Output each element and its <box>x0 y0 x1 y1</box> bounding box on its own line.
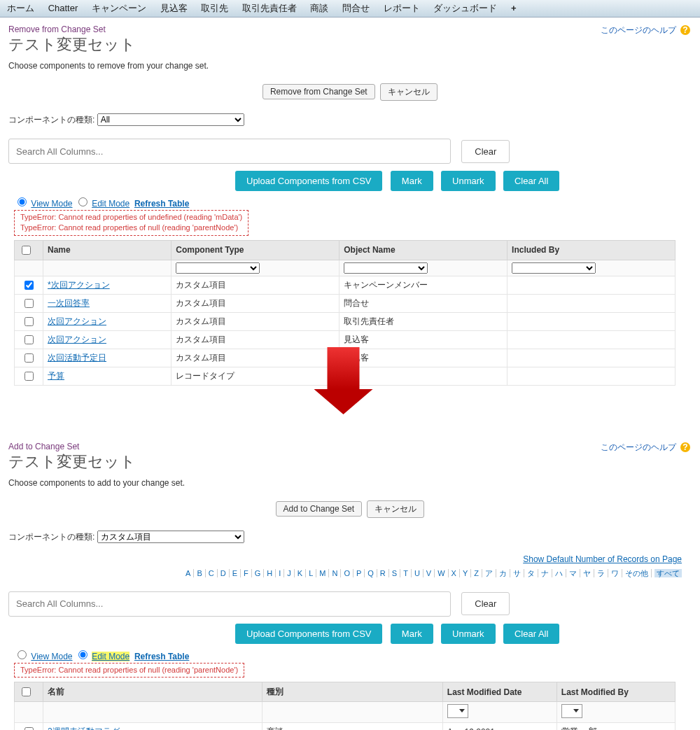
row-checkbox[interactable] <box>24 299 34 308</box>
upload-csv-button[interactable]: Upload Components from CSV <box>235 171 382 191</box>
nav-tab[interactable]: 商談 <box>310 2 328 15</box>
select-all-checkbox[interactable] <box>22 246 31 255</box>
alpha-filter-link[interactable]: サ <box>513 569 524 577</box>
alpha-filter-link[interactable]: P <box>356 569 365 577</box>
nav-tab[interactable]: キャンペーン <box>92 2 146 15</box>
nav-tab[interactable]: 問合せ <box>342 2 370 15</box>
view-mode-link[interactable]: View Mode <box>31 199 72 209</box>
component-type-select[interactable]: All <box>97 113 244 126</box>
col-name[interactable]: 名前 <box>43 682 262 702</box>
alpha-filter-link[interactable]: ア <box>485 569 496 577</box>
view-mode-radio[interactable] <box>18 197 27 206</box>
alpha-filter-link[interactable]: S <box>392 569 400 577</box>
alpha-filter-link[interactable]: M <box>319 569 329 577</box>
nav-tab[interactable]: 見込客 <box>160 2 188 15</box>
alpha-filter-link[interactable]: X <box>451 569 460 577</box>
edit-mode-link[interactable]: Edit Mode <box>92 199 130 209</box>
alpha-filter-link[interactable]: Z <box>474 569 482 577</box>
alpha-filter-link[interactable]: ラ <box>597 569 608 577</box>
row-checkbox[interactable] <box>24 317 34 326</box>
component-name-link[interactable]: 予算 <box>48 371 64 381</box>
col-object[interactable]: Object Name <box>340 240 507 260</box>
row-checkbox[interactable] <box>24 372 34 381</box>
alpha-filter-link[interactable]: その他 <box>625 569 652 577</box>
alpha-filter-link[interactable]: A <box>186 569 194 577</box>
view-mode-radio[interactable] <box>18 650 27 659</box>
col-by[interactable]: Last Modified By <box>556 682 675 702</box>
nav-tab[interactable]: レポート <box>384 2 420 15</box>
alpha-filter-link[interactable]: D <box>220 569 230 577</box>
add-tab-icon[interactable]: + <box>511 3 517 13</box>
row-checkbox[interactable] <box>24 281 34 290</box>
cancel-button[interactable]: キャンセル <box>367 500 424 518</box>
edit-mode-link[interactable]: Edit Mode <box>92 652 130 661</box>
remove-from-change-set-button[interactable]: Remove from Change Set <box>262 84 375 99</box>
filter-included-select[interactable] <box>512 262 596 274</box>
component-name-link[interactable]: 一次回答率 <box>48 298 90 308</box>
clear-all-button[interactable]: Clear All <box>503 171 559 191</box>
alpha-filter-link[interactable]: マ <box>569 569 580 577</box>
component-name-link[interactable]: 次回アクション <box>48 316 106 326</box>
alpha-filter-link[interactable]: ヤ <box>583 569 594 577</box>
alpha-filter-link[interactable]: Y <box>463 569 471 577</box>
refresh-table-link[interactable]: Refresh Table <box>134 652 189 661</box>
col-name[interactable]: Name <box>43 240 172 260</box>
component-name-link[interactable]: 次回アクション <box>48 335 106 344</box>
alpha-filter-link[interactable]: ハ <box>555 569 566 577</box>
alpha-filter-link[interactable]: W <box>438 569 448 577</box>
component-name-link[interactable]: 次回活動予定日 <box>48 353 106 363</box>
alpha-filter-link[interactable]: K <box>298 569 306 577</box>
alpha-filter-link[interactable]: C <box>209 569 218 577</box>
alpha-filter-link[interactable]: すべて <box>654 569 682 577</box>
row-checkbox[interactable] <box>24 353 34 363</box>
clear-search-button[interactable]: Clear <box>461 592 510 615</box>
refresh-table-link[interactable]: Refresh Table <box>134 199 189 209</box>
page-help-link[interactable]: このページのヘルプ ? <box>601 24 690 36</box>
nav-tab[interactable]: ホーム <box>7 2 34 15</box>
mark-button[interactable]: Mark <box>391 624 433 644</box>
alpha-filter-link[interactable]: V <box>426 569 435 577</box>
filter-date-dropdown[interactable] <box>447 704 468 718</box>
filter-by-dropdown[interactable] <box>561 704 582 718</box>
alpha-filter-link[interactable]: J <box>287 569 295 577</box>
filter-object-select[interactable] <box>344 262 428 274</box>
alpha-filter-link[interactable]: F <box>244 569 252 577</box>
filter-type-select[interactable] <box>176 262 260 274</box>
alpha-filter-link[interactable]: R <box>380 569 389 577</box>
records-count-link[interactable]: Show Default Number of Records on Page <box>523 554 682 564</box>
mark-button[interactable]: Mark <box>391 171 433 191</box>
alpha-filter-link[interactable]: T <box>403 569 412 577</box>
alpha-filter-link[interactable]: ナ <box>541 569 552 577</box>
unmark-button[interactable]: Unmark <box>441 624 496 644</box>
alpha-filter-link[interactable]: O <box>344 569 354 577</box>
nav-tab[interactable]: ダッシュボード <box>433 2 497 15</box>
alpha-filter-link[interactable]: ワ <box>611 569 622 577</box>
row-checkbox[interactable] <box>24 727 34 730</box>
alpha-filter-link[interactable]: タ <box>527 569 538 577</box>
select-all-checkbox[interactable] <box>22 687 31 696</box>
edit-mode-radio[interactable] <box>78 197 88 206</box>
row-checkbox[interactable] <box>24 335 34 344</box>
page-help-link[interactable]: このページのヘルプ ? <box>601 442 690 454</box>
search-input[interactable] <box>8 591 451 617</box>
edit-mode-radio[interactable] <box>78 650 88 659</box>
alpha-filter-link[interactable]: G <box>255 569 265 577</box>
view-mode-link[interactable]: View Mode <box>31 652 72 661</box>
col-included-by[interactable]: Included By <box>507 240 676 260</box>
unmark-button[interactable]: Unmark <box>441 171 496 191</box>
col-date[interactable]: Last Modified Date <box>442 682 556 702</box>
alpha-filter-link[interactable]: カ <box>499 569 510 577</box>
alpha-filter-link[interactable]: B <box>197 569 205 577</box>
clear-all-button[interactable]: Clear All <box>503 624 559 644</box>
component-name-link[interactable]: 2週間未活動フラグ <box>48 727 120 730</box>
col-type[interactable]: Component Type <box>172 240 340 260</box>
nav-tab[interactable]: Chatter <box>48 3 78 13</box>
alpha-filter-link[interactable]: I <box>279 569 284 577</box>
clear-search-button[interactable]: Clear <box>461 140 510 163</box>
nav-tab[interactable]: 取引先 <box>201 2 228 15</box>
alpha-filter-link[interactable]: L <box>309 569 316 577</box>
alpha-filter-link[interactable]: H <box>267 569 276 577</box>
nav-tab[interactable]: 取引先責任者 <box>242 2 297 15</box>
search-input[interactable] <box>8 139 451 164</box>
alpha-filter-link[interactable]: E <box>232 569 241 577</box>
